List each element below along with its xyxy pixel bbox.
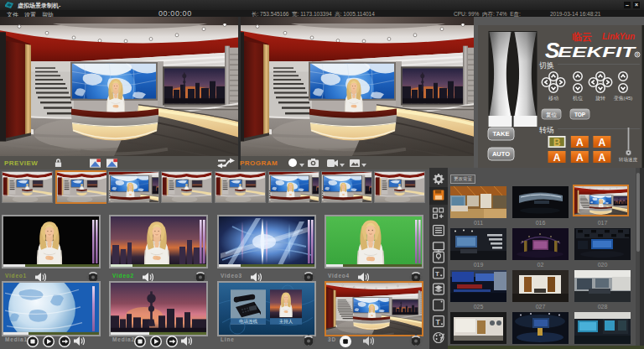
svg-text:转场速度: 转场速度 xyxy=(619,157,638,163)
svg-text:TAKE: TAKE xyxy=(493,130,510,138)
svg-text:LinkYun: LinkYun xyxy=(602,32,635,41)
svg-text:EEKFIT: EEKFIT xyxy=(558,44,636,60)
svg-text:TOP: TOP xyxy=(574,112,586,117)
svg-text:复位: 复位 xyxy=(546,112,558,118)
svg-text:A: A xyxy=(553,152,561,164)
svg-text:机位: 机位 xyxy=(573,96,583,101)
svg-text:切换: 切换 xyxy=(538,61,554,70)
svg-text:主持人: 主持人 xyxy=(279,319,293,325)
svg-text:电话连线: 电话连线 xyxy=(239,319,257,325)
svg-text:移动: 移动 xyxy=(548,96,558,102)
svg-text:转场: 转场 xyxy=(539,126,554,134)
svg-text:T: T xyxy=(435,270,439,278)
svg-text:临云: 临云 xyxy=(572,31,592,43)
svg-text:A: A xyxy=(576,152,584,164)
svg-text:A: A xyxy=(599,137,606,148)
svg-text:AUTO: AUTO xyxy=(492,150,510,158)
svg-text:B: B xyxy=(553,137,561,148)
svg-text:T: T xyxy=(436,318,441,326)
svg-text:A: A xyxy=(576,137,584,148)
svg-text:旋转: 旋转 xyxy=(595,96,605,102)
svg-text:A: A xyxy=(599,152,606,164)
svg-text:变焦(45): 变焦(45) xyxy=(614,95,633,102)
